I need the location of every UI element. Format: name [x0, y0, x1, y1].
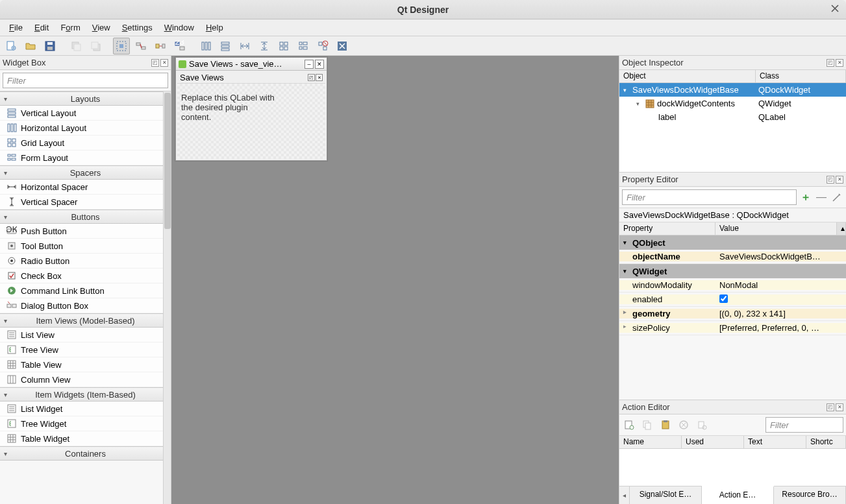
toolbar-edit-tab-order[interactable]: 123 [171, 38, 188, 54]
menu-form[interactable]: Form [55, 21, 85, 34]
design-dock-close[interactable]: ✕ [316, 74, 323, 81]
property-header-name[interactable]: Property [619, 222, 715, 235]
widget-box-scrollbar[interactable] [163, 91, 171, 504]
action-header-shortcut[interactable]: Shortc [806, 436, 846, 448]
object-inspector-float-button[interactable]: ◰ [827, 59, 834, 67]
design-placeholder-label[interactable]: Replace this QLabel with the desired plu… [181, 93, 279, 122]
property-value[interactable] [715, 294, 846, 305]
widget-box-close-button[interactable]: ✕ [160, 59, 168, 67]
object-inspector-tree[interactable]: ▾SaveViewsDockWidgetBase QDockWidget ▾do… [619, 83, 846, 172]
menu-file[interactable]: File [4, 21, 28, 34]
widget-item[interactable]: Radio Button [0, 254, 171, 269]
toolbar-layout-form[interactable] [295, 38, 312, 54]
toolbar-open[interactable] [22, 38, 39, 54]
property-row[interactable]: windowModality NonModal [619, 278, 846, 293]
widget-item[interactable]: Horizontal Spacer [0, 180, 171, 195]
widget-item[interactable]: Column View [0, 372, 171, 387]
widget-box-float-button[interactable]: ◰ [151, 59, 159, 67]
widget-item[interactable]: Check Box [0, 269, 171, 283]
widget-item[interactable]: Command Link Button [0, 283, 171, 298]
toolbar-adjust-size[interactable] [334, 38, 351, 54]
widget-item[interactable]: Horizontal Layout [0, 121, 171, 136]
object-inspector-header-object[interactable]: Object [619, 70, 756, 82]
widget-item[interactable]: Table Widget [0, 431, 171, 446]
widget-box-filter-input[interactable] [3, 73, 168, 88]
menu-view[interactable]: View [87, 21, 116, 34]
property-value[interactable]: SaveViewsDockWidgetB… [715, 252, 846, 261]
action-header-text[interactable]: Text [744, 436, 806, 448]
widget-category[interactable]: ▾Containers [0, 446, 171, 461]
property-value[interactable]: [(0, 0), 232 x 141] [715, 309, 846, 318]
tab-resource-browser[interactable]: Resource Bro… [774, 486, 846, 504]
object-inspector-close-button[interactable]: ✕ [836, 59, 843, 67]
toolbar-break-layout[interactable] [314, 38, 331, 54]
property-value[interactable]: NonModal [715, 280, 846, 290]
action-paste-icon[interactable] [658, 418, 673, 432]
property-config-icon[interactable] [830, 191, 843, 204]
property-editor-tree[interactable]: ▾QObject objectName SaveViewsDockWidgetB… [619, 235, 846, 400]
action-delete-icon[interactable] [677, 418, 691, 432]
widget-category[interactable]: ▾Layouts [0, 91, 171, 106]
widget-item[interactable]: Tool Button [0, 239, 171, 254]
widget-item[interactable]: Table View [0, 357, 171, 372]
menu-edit[interactable]: Edit [29, 21, 54, 34]
property-remove-icon[interactable]: — [815, 191, 828, 204]
action-editor-close-button[interactable]: ✕ [836, 403, 843, 411]
toolbar-save[interactable] [42, 38, 58, 54]
toolbar-layout-vertical[interactable] [217, 38, 234, 54]
action-new-icon[interactable] [622, 418, 636, 432]
toolbar-layout-split-h[interactable] [236, 38, 253, 54]
widget-item[interactable]: List Widget [0, 402, 171, 416]
widget-box-list[interactable]: ▾LayoutsVertical LayoutHorizontal Layout… [0, 91, 171, 504]
object-tree-row[interactable]: label QLabel [619, 110, 846, 124]
property-header-value[interactable]: Value [715, 222, 837, 235]
widget-category[interactable]: ▾Item Widgets (Item-Based) [0, 387, 171, 402]
property-editor-float-button[interactable]: ◰ [827, 176, 834, 184]
property-row[interactable]: objectName SaveViewsDockWidgetB… [619, 250, 846, 264]
property-group[interactable]: ▾QWidget [619, 264, 846, 278]
widget-item[interactable]: Dialog Button Box [0, 298, 171, 313]
property-add-icon[interactable]: ＋ [799, 191, 812, 204]
property-row[interactable]: ▸geometry [(0, 0), 232 x 141] [619, 307, 846, 321]
widget-category[interactable]: ▾Spacers [0, 165, 171, 180]
widget-item[interactable]: Vertical Spacer [0, 195, 171, 210]
design-window-minimize[interactable]: – [305, 60, 314, 69]
property-editor-filter-input[interactable] [622, 189, 797, 205]
action-configure-icon[interactable] [695, 418, 709, 432]
action-header-name[interactable]: Name [619, 436, 682, 448]
action-header-used[interactable]: Used [682, 436, 744, 448]
object-inspector-header-class[interactable]: Class [756, 70, 846, 82]
property-row[interactable]: enabled [619, 293, 846, 307]
window-close-button[interactable] [830, 4, 841, 14]
tab-action-editor[interactable]: Action E… [702, 486, 774, 504]
widget-item[interactable]: Tree View [0, 342, 171, 357]
toolbar-layout-horizontal[interactable] [197, 38, 214, 54]
action-editor-float-button[interactable]: ◰ [827, 403, 834, 411]
widget-item[interactable]: OKPush Button [0, 224, 171, 239]
toolbar-layout-grid[interactable] [275, 38, 292, 54]
widget-category[interactable]: ▾Item Views (Model-Based) [0, 313, 171, 328]
menu-window[interactable]: Window [159, 21, 199, 34]
design-dock-content[interactable]: Replace this QLabel with the desired plu… [177, 84, 325, 159]
object-tree-row[interactable]: ▾dockWidgetContents QWidget [619, 97, 846, 110]
toolbar-edit-widgets[interactable] [113, 38, 130, 54]
menu-help[interactable]: Help [201, 21, 229, 34]
toolbar-edit-signals[interactable] [132, 38, 149, 54]
property-editor-close-button[interactable]: ✕ [836, 176, 843, 184]
property-value[interactable]: [Preferred, Preferred, 0, … [715, 323, 846, 333]
widget-item[interactable]: Tree Widget [0, 416, 171, 431]
tab-signal-slot[interactable]: Signal/Slot E… [630, 486, 702, 504]
menu-settings[interactable]: Settings [117, 21, 158, 34]
property-scroll-up[interactable]: ▴ [837, 222, 846, 235]
widget-item[interactable]: Form Layout [0, 150, 171, 165]
widget-item[interactable]: List View [0, 328, 171, 342]
action-editor-list[interactable] [619, 449, 846, 486]
widget-category[interactable]: ▾Buttons [0, 210, 171, 224]
tab-nav-left[interactable]: ◂ [619, 486, 630, 504]
object-tree-row[interactable]: ▾SaveViewsDockWidgetBase QDockWidget [619, 83, 846, 97]
widget-item[interactable]: Vertical Layout [0, 106, 171, 121]
design-window-close[interactable]: ✕ [315, 60, 324, 69]
toolbar-edit-buddies[interactable] [152, 38, 169, 54]
widget-item[interactable]: Grid Layout [0, 136, 171, 150]
action-editor-filter-input[interactable] [765, 417, 843, 433]
